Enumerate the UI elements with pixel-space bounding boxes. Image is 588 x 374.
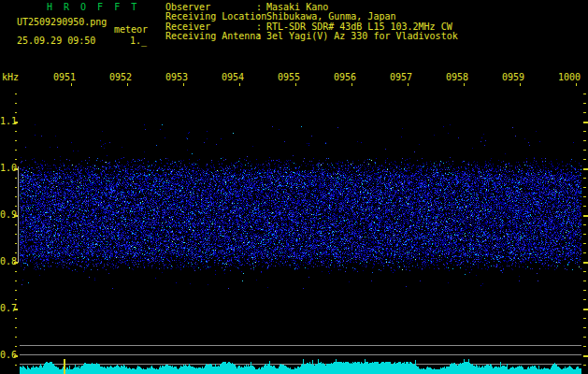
freq-tick-left: [15, 187, 17, 188]
freq-tick-left: [14, 309, 18, 310]
freq-tick-left: [15, 159, 17, 160]
freq-tick-right: [583, 131, 586, 132]
freq-tick-right: [583, 252, 586, 253]
freq-tick-left: [15, 299, 17, 300]
freq-tick-right: [583, 337, 586, 338]
datetime-label: 25.09.29 09:50: [17, 36, 95, 46]
freq-tick-left: [15, 234, 17, 235]
freq-tick-right: [583, 122, 588, 123]
freq-tick-right: [583, 224, 586, 225]
freq-label: 1.1: [0, 117, 15, 126]
freq-tick-right: [583, 112, 586, 113]
output-filename: UT2509290950.png: [17, 18, 107, 27]
time-label: 0958: [446, 73, 468, 82]
freq-tick-left: [15, 252, 17, 253]
hrofft-screen: H R O F F T UT2509290950.png meteor 25.0…: [0, 0, 588, 374]
minute-tick: [351, 83, 352, 86]
minute-tick: [127, 83, 128, 86]
info-value: Shibukawa, Gunma, Japan: [266, 12, 395, 22]
freq-label: 0.6: [0, 351, 15, 360]
info-row: Receiving Antenna:3el Yagi(V) Az 330 for…: [165, 32, 458, 41]
time-label: 0953: [165, 73, 188, 82]
info-value: 3el Yagi(V) Az 330 for Vladivostok: [266, 32, 458, 41]
time-label: 0954: [222, 73, 244, 82]
freq-tick-right: [583, 271, 586, 272]
time-label: 0956: [334, 73, 356, 82]
freq-tick-left: [15, 140, 17, 141]
freq-tick-left: [15, 346, 17, 347]
freq-tick-left: [15, 224, 17, 225]
time-label: 0955: [278, 73, 300, 82]
freq-tick-right: [583, 196, 586, 197]
freq-tick-left: [15, 94, 17, 94]
spectrogram-canvas: [20, 87, 581, 374]
info-label: Receiving Location: [165, 12, 256, 22]
freq-tick-right: [583, 168, 588, 170]
freq-tick-left: [15, 178, 17, 179]
freq-tick-right: [583, 280, 586, 281]
freq-tick-right: [583, 290, 586, 291]
info-separator: :: [256, 12, 266, 22]
freq-tick-left: [15, 131, 17, 132]
minute-tick: [71, 83, 72, 86]
mode-label: meteor: [114, 25, 148, 35]
freq-tick-left: [15, 337, 17, 338]
freq-tick-left: [15, 103, 17, 104]
freq-tick-right: [583, 262, 588, 264]
freq-tick-right: [583, 140, 586, 141]
minute-tick: [239, 83, 240, 86]
minute-tick: [408, 83, 409, 86]
info-separator: :: [256, 32, 266, 41]
freq-tick-left: [15, 150, 17, 151]
info-label: Receiving Antenna: [165, 32, 256, 41]
freq-tick-left: [15, 318, 17, 319]
freq-tick-right: [583, 355, 588, 357]
freq-tick-right: [583, 159, 586, 160]
freq-tick-left: [15, 206, 17, 207]
freq-label: 1.0: [0, 164, 15, 173]
freq-tick-left: [15, 280, 17, 281]
time-label: 0959: [502, 73, 524, 82]
freq-tick-left: [15, 290, 17, 291]
freq-tick-right: [583, 318, 586, 319]
freq-label: 0.7: [0, 304, 15, 313]
freq-tick-right: [583, 206, 586, 207]
freq-tick-right: [583, 103, 586, 104]
freq-tick-right: [583, 234, 586, 235]
freq-tick-left: [15, 365, 17, 366]
freq-unit-label: kHz: [2, 73, 19, 82]
freq-tick-right: [583, 178, 586, 179]
time-label: 0957: [390, 73, 412, 82]
freq-label: 0.8: [0, 257, 15, 266]
freq-tick-left: [14, 355, 18, 357]
freq-tick-right: [583, 94, 586, 94]
freq-tick-left: [14, 122, 18, 123]
minute-tick: [576, 83, 577, 86]
band-marker-line: [18, 166, 19, 263]
freq-label: 0.9: [0, 210, 15, 220]
minute-tick: [464, 83, 465, 86]
time-label: 0952: [109, 73, 132, 82]
freq-tick-right: [583, 327, 586, 328]
freq-tick-right: [583, 365, 586, 366]
freq-tick-left: [15, 327, 17, 328]
freq-tick-right: [583, 299, 586, 300]
freq-tick-right: [583, 187, 586, 188]
freq-tick-right: [583, 150, 586, 151]
freq-tick-left: [15, 271, 17, 272]
minute-tick: [183, 83, 184, 86]
freq-tick-right: [583, 243, 586, 244]
time-label: 1000: [558, 73, 581, 82]
count-indicator: 1._: [130, 36, 147, 46]
freq-tick-left: [15, 196, 17, 197]
freq-tick-right: [583, 215, 588, 217]
freq-tick-left: [15, 243, 17, 244]
minute-tick: [295, 83, 296, 86]
freq-tick-left: [15, 112, 17, 113]
freq-tick-right: [583, 346, 586, 347]
info-row: Receiving Location:Shibukawa, Gunma, Jap…: [165, 12, 395, 22]
freq-tick-right: [583, 309, 588, 310]
minute-tick: [520, 83, 521, 86]
app-title: H R O F F T: [47, 3, 139, 12]
time-label: 0951: [53, 73, 76, 82]
